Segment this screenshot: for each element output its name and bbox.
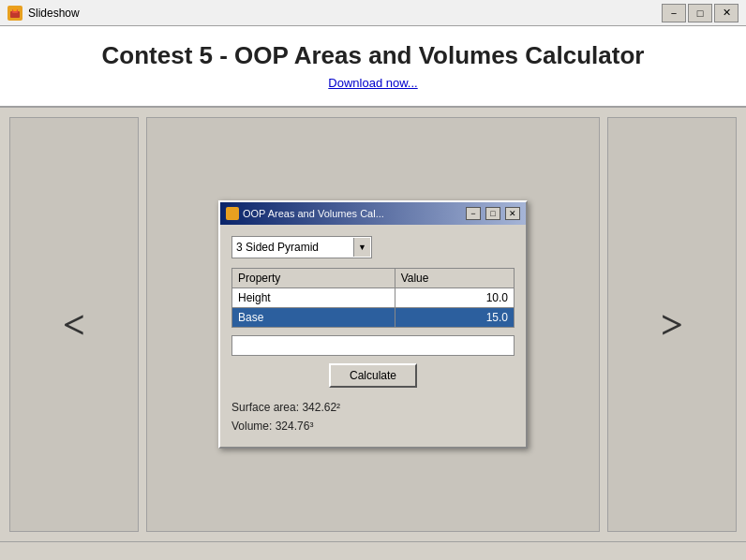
page-title: Contest 5 - OOP Areas and Volumes Calcul… bbox=[15, 41, 731, 70]
table-row[interactable]: Base 15.0 bbox=[232, 308, 515, 328]
dialog-title: OOP Areas and Volumes Cal... bbox=[243, 208, 461, 219]
property-name-cell: Height bbox=[232, 288, 395, 308]
value-input[interactable] bbox=[231, 335, 515, 356]
svg-rect-2 bbox=[13, 7, 17, 11]
minimize-button[interactable]: − bbox=[662, 4, 686, 22]
dialog-icon bbox=[226, 207, 239, 220]
property-name-cell: Base bbox=[232, 308, 395, 328]
app-title: Slideshow bbox=[28, 7, 656, 20]
calculate-button[interactable]: Calculate bbox=[329, 363, 417, 388]
surface-area-result: Surface area: 342.62² bbox=[231, 399, 515, 417]
close-button[interactable]: ✕ bbox=[714, 4, 739, 22]
window-controls: − □ ✕ bbox=[662, 4, 739, 22]
dialog-window: OOP Areas and Volumes Cal... − □ ✕ 3 Sid… bbox=[218, 200, 528, 448]
col-value-header: Value bbox=[395, 269, 514, 288]
dialog-minimize-button[interactable]: − bbox=[466, 207, 481, 220]
nav-right-panel[interactable]: > bbox=[607, 117, 737, 532]
property-value-cell: 15.0 bbox=[395, 308, 514, 328]
download-link[interactable]: Download now... bbox=[328, 76, 417, 90]
app-titlebar: Slideshow − □ ✕ bbox=[0, 0, 746, 26]
app-icon bbox=[7, 6, 22, 21]
property-table: Property Value Height 10.0 Base 15 bbox=[231, 268, 515, 328]
content-area: < OOP Areas and Volumes Cal... − □ ✕ bbox=[0, 108, 746, 541]
input-row bbox=[231, 335, 515, 356]
right-arrow: > bbox=[661, 302, 683, 347]
dialog-body: 3 Sided Pyramid 4 Sided Pyramid Cylinder… bbox=[220, 225, 526, 446]
main-window: Contest 5 - OOP Areas and Volumes Calcul… bbox=[0, 26, 746, 560]
nav-left-panel[interactable]: < bbox=[9, 117, 139, 532]
bottom-bar bbox=[0, 541, 746, 560]
dialog-titlebar: OOP Areas and Volumes Cal... − □ ✕ bbox=[220, 202, 526, 225]
property-value-cell: 10.0 bbox=[395, 288, 514, 308]
maximize-button[interactable]: □ bbox=[688, 4, 712, 22]
dialog-close-button[interactable]: ✕ bbox=[505, 207, 520, 220]
calculate-btn-row: Calculate bbox=[231, 363, 515, 388]
center-panel: OOP Areas and Volumes Cal... − □ ✕ 3 Sid… bbox=[146, 117, 600, 532]
dialog-maximize-button[interactable]: □ bbox=[485, 207, 500, 220]
col-property-header: Property bbox=[232, 269, 395, 288]
volume-result: Volume: 324.76³ bbox=[231, 418, 515, 435]
table-row[interactable]: Height 10.0 bbox=[232, 288, 515, 308]
header-area: Contest 5 - OOP Areas and Volumes Calcul… bbox=[0, 26, 746, 108]
dropdown-row: 3 Sided Pyramid 4 Sided Pyramid Cylinder… bbox=[231, 236, 515, 258]
dropdown-wrapper: 3 Sided Pyramid 4 Sided Pyramid Cylinder… bbox=[231, 236, 372, 258]
left-arrow: < bbox=[63, 302, 85, 347]
shape-dropdown[interactable]: 3 Sided Pyramid 4 Sided Pyramid Cylinder… bbox=[231, 236, 372, 258]
results-area: Surface area: 342.62² Volume: 324.76³ bbox=[231, 399, 515, 435]
